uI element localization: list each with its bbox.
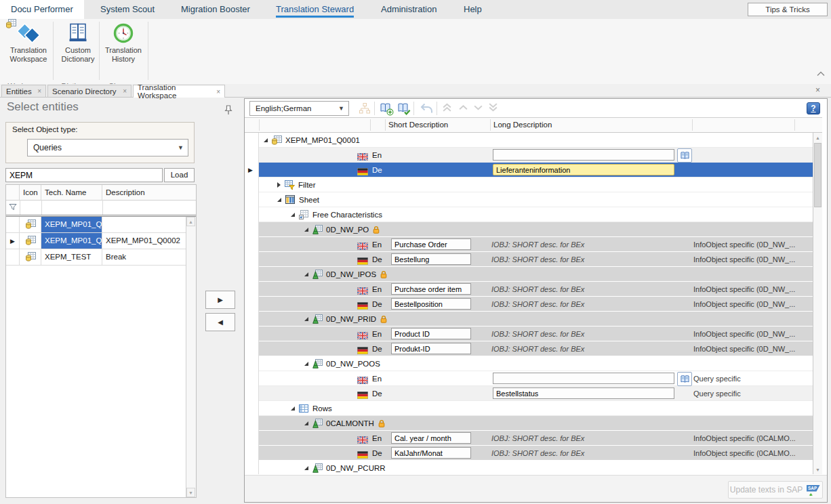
short-description-input[interactable] xyxy=(391,238,471,250)
scroll-down-icon[interactable]: ▼ xyxy=(186,488,195,497)
translation-row-en-1[interactable]: En xyxy=(245,148,813,163)
filter-row[interactable] xyxy=(6,200,196,215)
search-input[interactable] xyxy=(5,168,163,182)
collapse-icon[interactable] xyxy=(304,466,308,470)
menu-docu-performer[interactable]: Docu Performer xyxy=(0,0,84,19)
collapse-icon[interactable] xyxy=(291,406,295,411)
translation-row-de-11[interactable]: DeIOBJ: SHORT desc. for BExInfoObject sp… xyxy=(245,297,813,312)
update-texts-in-sap-button[interactable]: Update texts in SAP SAP xyxy=(728,481,823,499)
tech-name-cell[interactable]: XEPM_MP01_Q... xyxy=(41,233,102,249)
description-cell[interactable]: Break xyxy=(102,249,186,265)
translation-row-de-17[interactable]: DeQuery specific xyxy=(245,386,813,401)
pin-icon[interactable] xyxy=(224,105,232,115)
translation-row-de-2[interactable]: De xyxy=(245,163,813,177)
short-description-input[interactable] xyxy=(391,447,471,459)
move-down-button[interactable] xyxy=(473,102,483,115)
object-type-select[interactable]: Queries ▼ xyxy=(27,139,188,156)
tech-name-column-header[interactable]: Tech. Name xyxy=(41,185,102,200)
language-pair-select[interactable]: English;German ▼ xyxy=(249,101,349,116)
menu-translation-steward[interactable]: Translation Steward xyxy=(276,0,354,19)
move-bottom-button[interactable] xyxy=(488,102,498,115)
hierarchy-button[interactable] xyxy=(359,102,371,117)
load-button[interactable]: Load xyxy=(164,168,195,182)
tab-translation-workspace[interactable]: Translation Workspace× xyxy=(133,85,225,98)
collapse-icon[interactable] xyxy=(304,421,308,425)
tree-node-free-characteristics[interactable]: Free Characteristics xyxy=(245,207,813,222)
long-description-input[interactable] xyxy=(493,149,674,161)
collapse-icon[interactable] xyxy=(304,272,308,276)
add-to-workspace-button[interactable]: ▶ xyxy=(205,291,235,309)
collapse-icon[interactable] xyxy=(304,317,308,321)
dictionary-check-button[interactable] xyxy=(397,102,411,119)
tips-and-tricks-button[interactable]: Tips & Tricks xyxy=(748,3,828,16)
tree-node-filter[interactable]: Filter xyxy=(245,177,813,192)
tech-name-cell[interactable]: XEPM_TEST xyxy=(41,249,102,265)
tree-node-0d-nw-pcurr[interactable]: 0D_NW_PCURR xyxy=(245,461,813,474)
icon-column-header[interactable]: Icon xyxy=(20,185,41,200)
tree-node-rows[interactable]: Rows xyxy=(245,401,813,416)
remove-from-workspace-button[interactable]: ◀ xyxy=(205,313,235,331)
collapse-icon[interactable] xyxy=(304,362,308,366)
translation-row-en-20[interactable]: EnIOBJ: SHORT desc. for BExInfoObject sp… xyxy=(245,431,813,446)
dictionary-add-button[interactable] xyxy=(380,102,394,119)
tree-node-0d-nw-ipos[interactable]: 0D_NW_IPOS xyxy=(245,267,813,282)
undo-button[interactable] xyxy=(419,102,434,117)
close-icon[interactable]: × xyxy=(37,87,41,95)
short-description-column-header[interactable]: Short Description xyxy=(388,118,448,132)
translation-row-en-10[interactable]: EnIOBJ: SHORT desc. for BExInfoObject sp… xyxy=(245,282,813,297)
description-column-header[interactable]: Description xyxy=(102,185,188,200)
scrollbar-thumb[interactable] xyxy=(814,143,822,207)
translation-row-de-8[interactable]: DeIOBJ: SHORT desc. for BExInfoObject sp… xyxy=(245,252,813,267)
entity-grid-scrollbar[interactable]: ▲ ▼ xyxy=(186,217,196,497)
tree-node-0d-nw-po[interactable]: 0D_NW_PO xyxy=(245,222,813,237)
tab-scenario-directory[interactable]: Scenario Directory× xyxy=(47,85,131,97)
scroll-up-icon[interactable]: ▲ xyxy=(813,133,822,142)
long-description-column-header[interactable]: Long Description xyxy=(493,118,552,132)
menu-system-scout[interactable]: System Scout xyxy=(100,0,155,19)
collapse-icon[interactable] xyxy=(304,228,308,232)
collapse-icon[interactable] xyxy=(264,138,268,142)
long-description-input[interactable] xyxy=(493,164,674,175)
tree-node-0calmonth[interactable]: 0CALMONTH xyxy=(245,416,813,431)
collapse-icon[interactable] xyxy=(291,213,295,217)
scroll-up-icon[interactable]: ▲ xyxy=(186,217,195,226)
translation-row-de-14[interactable]: DeIOBJ: SHORT desc. for BExInfoObject sp… xyxy=(245,341,813,356)
move-up-button[interactable] xyxy=(458,102,468,115)
close-tab-group-icon[interactable]: × xyxy=(815,85,820,95)
short-description-input[interactable] xyxy=(391,283,471,295)
custom-dictionary-button[interactable]: Custom Dictionary xyxy=(57,22,99,64)
collapse-icon[interactable] xyxy=(277,198,281,202)
tree-scrollbar[interactable]: ▲ ▼ xyxy=(813,133,822,474)
scroll-down-icon[interactable]: ▼ xyxy=(813,465,822,474)
dictionary-lookup-button[interactable] xyxy=(677,148,692,163)
translation-row-de-21[interactable]: DeIOBJ: SHORT desc. for BExInfoObject sp… xyxy=(245,446,813,461)
menu-administration[interactable]: Administration xyxy=(381,0,437,19)
long-description-input[interactable] xyxy=(493,373,674,384)
menu-help[interactable]: Help xyxy=(464,0,482,19)
close-icon[interactable]: × xyxy=(123,87,127,95)
short-description-input[interactable] xyxy=(391,298,471,310)
tab-entities[interactable]: Entities× xyxy=(1,85,46,97)
help-icon[interactable]: ? xyxy=(807,102,820,114)
expand-icon[interactable] xyxy=(277,182,281,188)
entity-row-xepm-mp01-q[interactable]: XEPM_MP01_Q... xyxy=(6,217,186,233)
tree-node-0d-nw-poos[interactable]: 0D_NW_POOS xyxy=(245,356,813,371)
tech-name-cell[interactable]: XEPM_MP01_Q... xyxy=(41,217,102,232)
description-cell[interactable] xyxy=(102,217,186,232)
tree-node-xepm-mp01-q0001[interactable]: XEPM_MP01_Q0001 xyxy=(245,133,813,148)
short-description-input[interactable] xyxy=(391,253,471,265)
short-description-input[interactable] xyxy=(391,432,471,444)
description-cell[interactable]: XEPM_MP01_Q0002 xyxy=(102,233,186,249)
translation-row-en-13[interactable]: EnIOBJ: SHORT desc. for BExInfoObject sp… xyxy=(245,327,813,341)
translation-row-en-16[interactable]: EnQuery specific xyxy=(245,371,813,386)
collapse-ribbon-icon[interactable] xyxy=(815,68,826,77)
translation-row-en-7[interactable]: EnIOBJ: SHORT desc. for BExInfoObject sp… xyxy=(245,237,813,252)
entity-row-xepm-test[interactable]: XEPM_TESTBreak xyxy=(6,249,186,266)
tree-node-0d-nw-prid[interactable]: 0D_NW_PRID xyxy=(245,312,813,327)
long-description-input[interactable] xyxy=(493,387,674,399)
short-description-input[interactable] xyxy=(391,328,471,339)
menu-migration-booster[interactable]: Migration Booster xyxy=(181,0,250,19)
entity-row-xepm-mp01-q[interactable]: ▶XEPM_MP01_Q...XEPM_MP01_Q0002 xyxy=(6,233,186,249)
short-description-input[interactable] xyxy=(391,343,471,354)
close-icon[interactable]: × xyxy=(216,88,220,96)
